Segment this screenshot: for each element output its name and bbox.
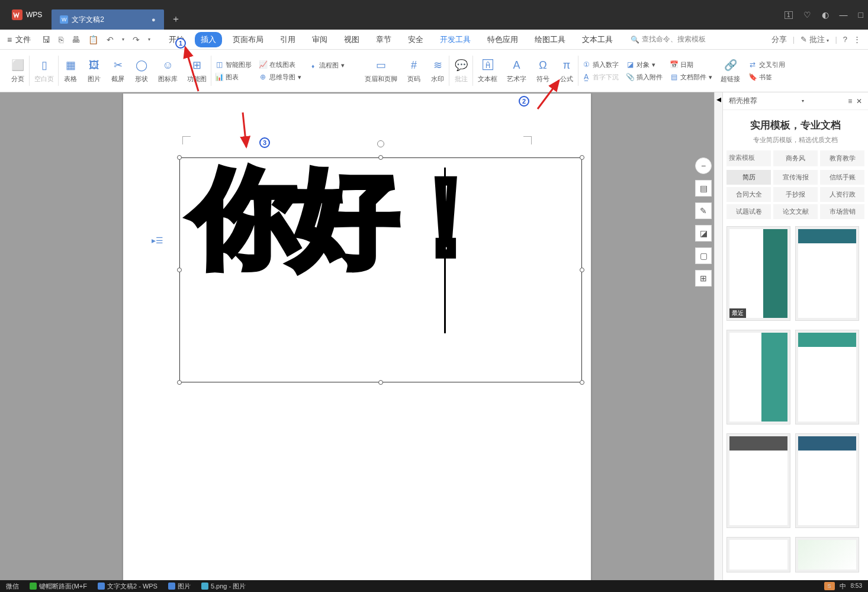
file-menu[interactable]: 文件 — [15, 34, 31, 45]
grid-tool-button[interactable]: ⊞ — [695, 270, 712, 287]
print-icon[interactable]: 🖶 — [69, 35, 83, 44]
shape-button[interactable]: 形状 — [135, 75, 148, 83]
resize-handle-bm[interactable] — [378, 380, 383, 385]
cat-thesis[interactable]: 论文文献 — [773, 204, 818, 219]
picture-button[interactable]: 图片 — [88, 75, 101, 83]
template-search[interactable] — [726, 150, 771, 166]
chart-button[interactable]: 📊图表 — [215, 73, 252, 82]
new-tab-button[interactable]: ＋ — [171, 13, 181, 25]
template-thumb[interactable] — [726, 330, 790, 424]
top-tab-business[interactable]: 商务风 — [773, 150, 818, 166]
undo-icon[interactable]: ↶ — [104, 35, 117, 44]
frame-tool-button[interactable]: ▢ — [695, 247, 712, 264]
header-footer-button[interactable]: 页眉和页脚 — [365, 75, 397, 83]
ime-badge[interactable]: S — [824, 582, 835, 590]
online-chart-button[interactable]: 📈在线图表 — [259, 60, 301, 69]
skin-icon[interactable]: ♡ — [803, 10, 811, 20]
tab-page-layout[interactable]: 页面布局 — [227, 32, 269, 47]
maximize-icon[interactable]: □ — [859, 10, 863, 20]
wordart-button[interactable]: 艺术字 — [507, 75, 526, 83]
tab-special[interactable]: 特色应用 — [481, 32, 524, 47]
taskbar-wechat[interactable]: 微信 — [6, 582, 19, 591]
resize-handle-bl[interactable] — [177, 380, 182, 385]
document-tab[interactable]: W 文字文稿2 ● — [52, 9, 163, 30]
flowchart-button[interactable]: ⬧流程图 ▾ — [308, 61, 345, 70]
cat-hr[interactable]: 人资行政 — [820, 187, 864, 202]
resize-handle-ml[interactable] — [177, 268, 182, 272]
cat-contract[interactable]: 合同大全 — [726, 187, 771, 202]
wps-logo[interactable]: WPS — [5, 0, 49, 30]
command-search[interactable]: 🔍 查找命令、搜索模板 — [631, 34, 706, 44]
page-number-button[interactable]: 页码 — [407, 75, 420, 83]
page-break-button[interactable]: 分页 — [11, 75, 24, 83]
zoom-out-button[interactable]: − — [695, 157, 712, 174]
template-thumb[interactable] — [795, 433, 859, 528]
table-button[interactable]: 表格 — [64, 75, 77, 83]
mindmap-button[interactable]: ⊕思维导图 ▾ — [259, 73, 301, 82]
cat-letter[interactable]: 信纸手账 — [820, 170, 864, 185]
tab-section[interactable]: 章节 — [370, 32, 397, 47]
watermark-button[interactable]: 水印 — [431, 75, 444, 83]
cross-ref-button[interactable]: ⇄交叉引用 — [748, 60, 785, 69]
attachment-button[interactable]: 📎插入附件 — [626, 73, 663, 82]
qat-more-icon[interactable]: ▾ — [145, 37, 153, 42]
hamburger-icon[interactable]: ≡ — [7, 35, 12, 44]
help-button[interactable]: ? — [843, 35, 847, 44]
rotate-handle[interactable] — [377, 140, 384, 147]
object-button[interactable]: ◪对象▾ — [626, 60, 663, 69]
template-thumb[interactable] — [795, 537, 859, 572]
tab-security[interactable]: 安全 — [402, 32, 429, 47]
template-thumb[interactable] — [795, 330, 859, 424]
taskbar-pictures[interactable]: 图片 — [168, 582, 191, 591]
insert-number-button[interactable]: ①插入数字 — [582, 60, 619, 69]
top-tab-edu[interactable]: 教育教学 — [820, 150, 864, 166]
template-thumbnails[interactable]: 最近 — [723, 223, 868, 580]
blank-page-button[interactable]: 空白页 — [34, 75, 54, 83]
tab-text-tools[interactable]: 文本工具 — [576, 32, 619, 47]
tab-view[interactable]: 视图 — [338, 32, 365, 47]
hyperlink-button[interactable]: 超链接 — [721, 75, 740, 83]
resize-handle-br[interactable] — [580, 380, 584, 385]
ime-lang[interactable]: 中 — [840, 582, 846, 591]
cat-handout[interactable]: 手抄报 — [773, 187, 818, 202]
textbox-button[interactable]: 文本框 — [478, 75, 497, 83]
panel-close-icon[interactable]: ✕ — [856, 97, 862, 105]
taskbar-wps[interactable]: 文字文稿2 - WPS — [98, 582, 157, 591]
undo-caret-icon[interactable]: ▾ — [119, 37, 127, 42]
redo-icon[interactable]: ↷ — [130, 35, 143, 44]
layout-tool-button[interactable]: ▤ — [695, 180, 712, 197]
textbox-content[interactable]: 你好！ — [180, 158, 581, 276]
print-preview-icon[interactable]: ⎘ — [56, 35, 66, 44]
text-box[interactable]: 你好！ — [179, 157, 582, 382]
smartart-button[interactable]: ◫智能图形 — [215, 60, 252, 69]
panel-collapse-button[interactable]: ◂ — [714, 92, 722, 580]
template-thumb[interactable] — [795, 226, 859, 321]
paste-icon[interactable]: 📋 — [85, 35, 101, 44]
cat-exam[interactable]: 试题试卷 — [726, 204, 771, 219]
document-scroll[interactable]: ▸☰ 你好！ − ▤ ✎ ◪ ▢ — [0, 92, 714, 580]
badge-icon[interactable]: 1 — [785, 11, 793, 19]
minimize-icon[interactable]: — — [840, 10, 848, 20]
bookmark-button[interactable]: 🔖书签 — [748, 73, 785, 82]
pen-tool-button[interactable]: ✎ — [695, 202, 712, 219]
ribbon-comment-button[interactable]: 批注 — [455, 75, 468, 83]
highlight-tool-button[interactable]: ◪ — [695, 225, 712, 242]
resize-handle-tm[interactable] — [378, 155, 383, 160]
taskbar-app-1[interactable]: 键帽断路面(M+F — [30, 582, 87, 591]
gallery-button[interactable]: 图标库 — [158, 75, 178, 83]
date-button[interactable]: 📅日期 — [670, 60, 712, 69]
cat-poster[interactable]: 宣传海报 — [773, 170, 818, 185]
tab-developer[interactable]: 开发工具 — [434, 32, 477, 47]
template-thumb[interactable] — [726, 537, 790, 572]
cat-resume[interactable]: 简历 — [726, 170, 771, 185]
share-button[interactable]: 分享 — [771, 34, 787, 45]
tab-references[interactable]: 引用 — [274, 32, 301, 47]
template-thumb[interactable]: 最近 — [726, 226, 790, 321]
more-icon[interactable]: ⋮ — [853, 35, 861, 44]
page[interactable]: ▸☰ 你好！ — [123, 94, 591, 580]
panel-menu-icon[interactable]: ≡ — [848, 97, 852, 105]
template-thumb[interactable] — [726, 433, 790, 528]
resize-handle-tr[interactable] — [580, 155, 584, 160]
drop-cap-button[interactable]: A̲首字下沉 — [582, 73, 619, 82]
template-search-input[interactable] — [729, 154, 769, 161]
